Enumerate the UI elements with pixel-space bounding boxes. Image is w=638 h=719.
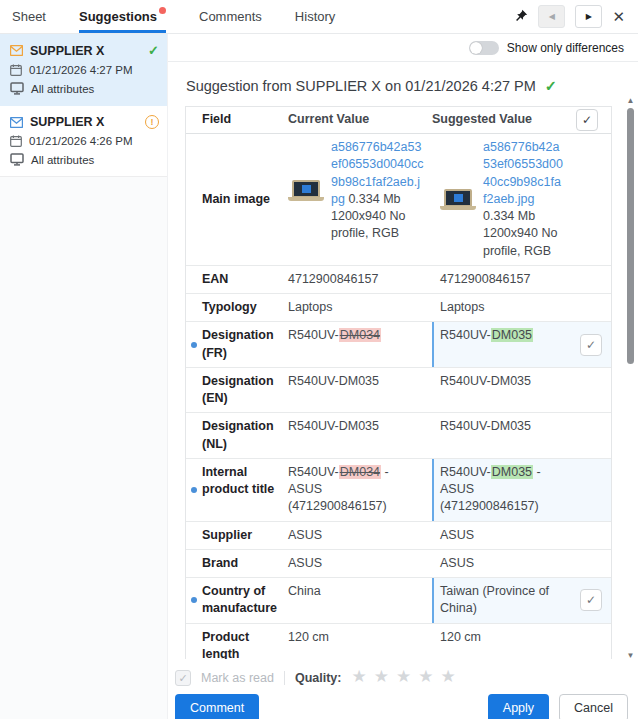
title-row: Suggestion from SUPPLIER X on 01/21/2026… [186,78,638,94]
row-check-cell [571,134,611,265]
table-row: Designation (FR)R540UV-DM034R540UV-DM035… [186,321,611,367]
tab-label: History [295,9,335,24]
close-icon: ✕ [612,8,625,25]
removed-text: DM034 [339,465,381,479]
pin-icon [515,9,528,25]
value-text: R540UV-DM035 [440,419,531,433]
suggestion-scope: All attributes [31,154,94,166]
scroll-up-arrow[interactable]: ▲ [625,96,636,105]
diff-dot-cell [186,522,202,549]
mark-as-read-checkbox[interactable]: ✓ [175,670,191,686]
value-text: R540UV-DM035 [440,374,531,388]
value-text: R540UV- [288,328,339,342]
diff-dot-cell [186,459,202,521]
added-text: DM035 [491,465,533,479]
chevron-right-icon: ▶ [586,12,592,21]
table-row: Designation (NL)R540UV-DM035R540UV-DM035 [186,412,611,458]
row-check-cell [571,624,611,660]
tab-history[interactable]: History [295,0,335,33]
suggestion-scope: All attributes [31,83,94,95]
scrollbar-thumb[interactable] [627,108,634,364]
footer-buttons-row: Comment Apply Cancel [168,689,638,719]
current-value-cell: R540UV-DM034 - ASUS (4712900846157) [288,459,432,521]
current-value-cell: R540UV-DM034 [288,322,432,367]
suggested-value-cell: 120 cm [432,624,571,660]
value-text: R540UV-DM035 [288,374,379,388]
accept-row-button[interactable]: ✓ [580,334,602,356]
table-body: Main imagea586776b42a53ef06553d0040cc9b9… [186,134,611,659]
current-value-cell: 4712900846157 [288,266,432,293]
tab-suggestions[interactable]: Suggestions [79,0,166,33]
value-text: ASUS [288,528,322,542]
sidebar-suggestion-item[interactable]: SUPPLIER X✓01/21/2026 4:27 PMAll attribu… [0,34,167,106]
diff-dot-cell [186,134,202,265]
accept-all-button[interactable]: ✓ [576,109,598,131]
footer: ✓ Mark as read Quality: ★★★★★ Comment Ap… [168,661,638,719]
apply-button[interactable]: Apply [488,694,549,719]
field-label: Designation (EN) [202,368,288,413]
comparison-table: Field Current Value Suggested Value ✓ Ma… [185,106,612,659]
image-filename-link[interactable]: a586776b42a53ef06553d0040cc9b98c1faf2aeb… [483,140,563,206]
scope-row: All attributes [10,82,159,95]
sidebar-suggestion-item[interactable]: SUPPLIER X!01/21/2026 4:26 PMAll attribu… [0,106,167,177]
quality-star-rating[interactable]: ★★★★★ [352,666,463,687]
field-label: Country of manufacture [202,578,288,623]
date-row: 01/21/2026 4:26 PM [10,135,159,147]
value-text: R540UV- [440,328,491,342]
accept-row-button[interactable]: ✓ [580,589,602,611]
diff-indicator-dot [191,597,197,603]
row-check-cell: ✓ [571,578,611,623]
quality-label: Quality: [295,671,342,685]
value-text: Laptops [440,300,484,314]
table-row: Designation (EN)R540UV-DM035R540UV-DM035 [186,367,611,413]
diff-dot-cell [186,294,202,321]
laptop-screen [292,180,320,197]
scroll-down-arrow[interactable]: ▼ [625,651,636,660]
current-value-cell: 120 cm [288,624,432,660]
accepted-check-icon: ✓ [148,43,159,58]
suggested-value-cell: R540UV-DM035 [432,322,571,367]
diff-dot-cell [186,624,202,660]
current-value-cell: R540UV-DM035 [288,368,432,413]
suggestion-date: 01/21/2026 4:27 PM [29,64,133,76]
comment-button[interactable]: Comment [175,694,259,719]
row-check-cell [571,266,611,293]
table-row: Country of manufactureChinaTaiwan (Provi… [186,577,611,623]
added-text: DM035 [491,328,533,342]
mail-icon [10,45,23,56]
supplier-row: SUPPLIER X! [10,115,159,129]
tab-sheet[interactable]: Sheet [12,0,46,33]
current-value-cell: ASUS [288,522,432,549]
laptop-thumbnail [440,189,476,210]
tab-label: Comments [199,9,262,24]
value-text: 120 cm [440,630,481,644]
mail-icon [10,117,23,128]
laptop-screen [444,189,472,206]
table-row: SupplierASUSASUS [186,521,611,549]
laptop-thumbnail [288,180,324,201]
unread-badge-dot [159,7,166,14]
calendar-icon [10,135,22,147]
pin-button[interactable] [515,9,528,25]
row-check-cell [571,522,611,549]
tab-comments[interactable]: Comments [199,0,262,33]
field-label: Brand [202,550,288,577]
footer-divider [284,671,285,685]
close-button[interactable]: ✕ [612,8,625,26]
chevron-left-icon: ◀ [549,12,555,21]
value-text: R540UV- [288,465,339,479]
calendar-icon [10,64,22,76]
table-row: BrandASUSASUS [186,549,611,577]
window-controls: ◀ ▶ ✕ [515,0,638,33]
tab-label: Sheet [12,9,46,24]
current-value-cell: Laptops [288,294,432,321]
show-only-differences-toggle[interactable] [469,41,499,55]
previous-suggestion-button[interactable]: ◀ [538,5,565,28]
field-label: Internal product title [202,459,288,521]
value-text: R540UV- [440,465,491,479]
image-info: a586776b42a53ef06553d0040cc9b98c1faf2aeb… [483,139,563,260]
cancel-button[interactable]: Cancel [559,694,628,719]
value-text: ASUS [288,556,322,570]
next-suggestion-button[interactable]: ▶ [575,5,602,28]
table-row: EAN47129008461574712900846157 [186,265,611,293]
